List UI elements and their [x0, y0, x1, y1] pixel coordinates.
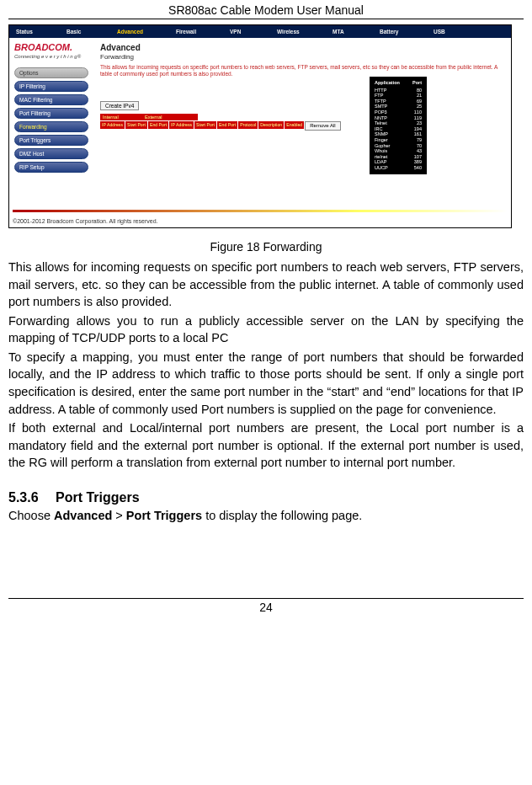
- port-row: Whois43: [375, 148, 422, 154]
- choose-line: Choose Advanced > Port Triggers to displ…: [8, 509, 524, 522]
- port-row: LDAP389: [375, 159, 422, 165]
- sidebar-item-port-filtering[interactable]: Port Filtering: [14, 108, 88, 119]
- section-heading: 5.3.6Port Triggers: [8, 490, 524, 505]
- col-header: Protocol: [238, 121, 258, 129]
- port-row: TFTP69: [375, 99, 422, 104]
- col-header: Enabled: [285, 121, 305, 129]
- page-header: SR808ac Cable Modem User Manual: [8, 0, 524, 19]
- create-ipv4-button[interactable]: Create IPv4: [100, 101, 139, 110]
- topnav-item-wireless[interactable]: Wireless: [270, 25, 326, 38]
- port-row: NNTP119: [375, 115, 422, 121]
- header-rule: [8, 19, 524, 19]
- sidebar: BROADCOM. Connecting e v e r y t h i n g…: [9, 38, 93, 180]
- port-row: SNMP161: [375, 131, 422, 137]
- sidebar-item-options[interactable]: Options: [14, 67, 88, 78]
- sidebar-item-dmz-host[interactable]: DMZ Host: [14, 148, 88, 159]
- sidebar-item-port-triggers[interactable]: Port Triggers: [14, 135, 88, 146]
- col-header: Start Port: [125, 121, 148, 129]
- main-title: Advanced: [100, 43, 504, 52]
- section-number: 5.3.6: [8, 490, 56, 505]
- remove-all-button[interactable]: Remove All: [305, 121, 340, 131]
- port-row: UUCP540: [375, 165, 422, 171]
- port-hdr-port: Port: [412, 80, 422, 86]
- port-row: Finger79: [375, 137, 422, 143]
- body-text: This allows for incoming requests on spe…: [8, 259, 524, 472]
- port-row: rtelnet107: [375, 154, 422, 160]
- paragraph-1: This allows for incoming requests on spe…: [8, 259, 524, 311]
- section-title: Port Triggers: [56, 490, 140, 505]
- table-header-bar: Internal External: [100, 114, 504, 120]
- topnav-item-status[interactable]: Status: [9, 25, 60, 38]
- topnav-item-usb[interactable]: USB: [427, 25, 472, 38]
- sidebar-item-forwarding[interactable]: Forwarding: [14, 121, 88, 132]
- topnav-item-advanced[interactable]: Advanced: [110, 25, 169, 38]
- port-row: Gopher70: [375, 143, 422, 149]
- sidebar-item-ip-filtering[interactable]: IP Filtering: [14, 81, 88, 92]
- main-desc: This allows for incoming requests on spe…: [100, 64, 504, 77]
- col-header: Description: [258, 121, 285, 129]
- page-number: 24: [8, 601, 524, 614]
- paragraph-2: Forwarding allows you to run a publicly …: [8, 312, 524, 347]
- col-header: IP Address: [169, 121, 194, 129]
- brand-tagline: Connecting e v e r y t h i n g®: [14, 54, 88, 59]
- topnav-item-battery[interactable]: Battery: [373, 25, 427, 38]
- topnav-item-basic[interactable]: Basic: [60, 25, 110, 38]
- choose-nav2: Port Triggers: [126, 509, 202, 522]
- col-header: Start Port: [194, 121, 217, 129]
- port-row: SMTP25: [375, 104, 422, 109]
- top-nav: StatusBasicAdvancedFirewallVPNWirelessMT…: [9, 25, 511, 38]
- port-row: FTP21: [375, 93, 422, 99]
- port-row: POP3110: [375, 109, 422, 115]
- main-pane: Advanced Forwarding This allows for inco…: [93, 38, 511, 180]
- screenshot-forwarding: StatusBasicAdvancedFirewallVPNWirelessMT…: [8, 24, 512, 228]
- choose-pre: Choose: [8, 509, 54, 522]
- col-header: IP Address: [100, 121, 125, 129]
- choose-nav1: Advanced: [54, 509, 112, 522]
- table-columns-row: IP AddressStart PortEnd PortIP AddressSt…: [100, 121, 504, 131]
- topnav-item-vpn[interactable]: VPN: [223, 25, 270, 38]
- main-subtitle: Forwarding: [100, 53, 504, 61]
- sidebar-item-rip-setup[interactable]: RIP Setup: [14, 162, 88, 173]
- port-row: IRC194: [375, 126, 422, 132]
- page-footer: 24: [8, 598, 524, 619]
- hdr-external: External: [142, 114, 198, 120]
- port-hdr-app: Application: [375, 80, 400, 86]
- brand-logo: BROADCOM.: [14, 43, 88, 52]
- paragraph-4: If both external and Local/internal port…: [8, 419, 524, 472]
- col-header: End Port: [148, 121, 169, 129]
- hdr-internal: Internal: [100, 114, 142, 120]
- choose-gt: >: [112, 509, 126, 522]
- copyright-text: ©2001-2012 Broadcom Corporation. All rig…: [13, 218, 157, 224]
- sidebar-item-mac-filtering[interactable]: MAC Filtering: [14, 94, 88, 105]
- topnav-item-firewall[interactable]: Firewall: [169, 25, 223, 38]
- paragraph-3: To specify a mapping, you must enter the…: [8, 349, 524, 418]
- col-header: End Port: [217, 121, 238, 129]
- port-row: Telnet23: [375, 120, 422, 126]
- port-reference-panel: Application Port HTTP80FTP21TFTP69SMTP25…: [370, 77, 427, 174]
- topnav-item-mta[interactable]: MTA: [326, 25, 373, 38]
- choose-post: to display the following page.: [202, 509, 362, 522]
- port-row: HTTP80: [375, 88, 422, 93]
- footer-gradient-bar: [13, 210, 508, 212]
- figure-caption: Figure 18 Forwarding: [8, 240, 524, 254]
